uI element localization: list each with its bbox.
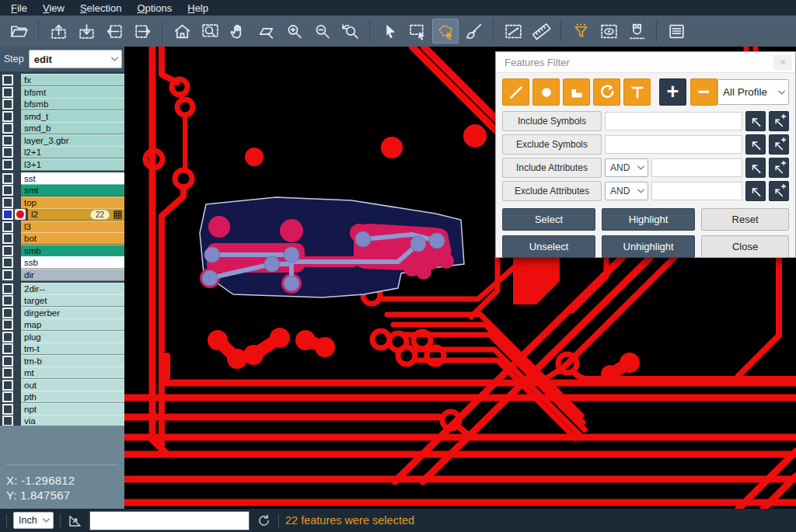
layer-visibility-checkbox[interactable]: [2, 123, 13, 134]
layer-chip[interactable]: l3+1: [21, 158, 124, 171]
layer-chip[interactable]: sst: [21, 172, 124, 185]
filter-text-icon[interactable]: [623, 78, 651, 106]
open-folder-icon[interactable]: [5, 19, 32, 43]
layer-row-target[interactable]: target: [0, 295, 124, 306]
layer-chip[interactable]: pth: [21, 391, 124, 403]
layer-visibility-checkbox[interactable]: [2, 416, 13, 426]
snap-mode-icon[interactable]: [623, 19, 650, 43]
layer-row-smb[interactable]: smb: [0, 245, 124, 256]
layer-row-l3[interactable]: l3: [0, 221, 124, 232]
dialog-title-bar[interactable]: Features Filter ✕: [496, 52, 795, 73]
zoom-window-icon[interactable]: [197, 19, 223, 43]
layer-visibility-checkbox[interactable]: [2, 99, 13, 110]
close-button[interactable]: Close: [701, 235, 789, 258]
step-select[interactable]: edit: [29, 50, 122, 68]
pick-add-arrow-icon[interactable]: [769, 158, 789, 178]
layer-row-tm-t[interactable]: tm-t: [0, 343, 124, 354]
layer-chip[interactable]: out: [21, 379, 124, 391]
layer-row-smd_t[interactable]: smd_t: [0, 111, 124, 122]
menu-help[interactable]: Help: [180, 2, 216, 15]
layer-chip[interactable]: bfsmt: [21, 86, 124, 99]
layer-chip[interactable]: plug: [21, 331, 124, 343]
layer-chip[interactable]: 2dir--: [21, 283, 124, 295]
layer-visibility-checkbox[interactable]: [2, 87, 13, 98]
layer-row-layer_3.gbr[interactable]: layer_3.gbr: [0, 135, 124, 146]
include-symbols-button[interactable]: Include Symbols: [502, 111, 602, 131]
layer-row-mt[interactable]: mt: [0, 367, 124, 378]
layer-chip[interactable]: layer_3.gbr: [21, 134, 124, 147]
layer-visibility-checkbox[interactable]: [2, 111, 13, 122]
exclude-attributes-logic-select[interactable]: AND: [605, 182, 648, 200]
features-filter-icon[interactable]: [567, 19, 594, 43]
pick-add-arrow-icon[interactable]: [769, 111, 789, 131]
layer-chip[interactable]: target: [21, 294, 124, 307]
pick-add-arrow-icon[interactable]: [769, 134, 789, 155]
unhighlight-button[interactable]: Unhighlight: [602, 235, 695, 258]
home-view-icon[interactable]: [169, 19, 195, 43]
remove-filter-button[interactable]: −: [690, 78, 717, 106]
layer-row-fx[interactable]: fx: [0, 75, 124, 85]
pan-hand-icon[interactable]: [225, 19, 251, 43]
layer-visibility-checkbox[interactable]: [2, 147, 13, 158]
refresh-icon[interactable]: [256, 513, 272, 529]
layer-row-dirgerber[interactable]: dirgerber: [0, 308, 124, 318]
layer-row-npt[interactable]: npt: [0, 404, 124, 415]
layers-panel-icon[interactable]: [663, 19, 690, 43]
import-bottom-icon[interactable]: [73, 19, 100, 43]
layer-chip[interactable]: dir: [21, 269, 124, 281]
reset-button[interactable]: Reset: [701, 208, 789, 231]
layer-grid-icon[interactable]: [113, 210, 122, 219]
layer-chip[interactable]: npt: [21, 403, 124, 416]
close-icon[interactable]: ✕: [773, 55, 792, 70]
layer-row-bfsmt[interactable]: bfsmt: [0, 87, 124, 98]
layer-row-ssb[interactable]: ssb: [0, 257, 124, 268]
layer-chip[interactable]: top: [21, 196, 124, 209]
layer-chip[interactable]: l2+1: [21, 146, 124, 158]
layer-chip[interactable]: smd_b: [21, 122, 124, 134]
menu-view[interactable]: View: [35, 2, 72, 15]
layer-visibility-checkbox[interactable]: [2, 233, 13, 244]
select-cursor-icon[interactable]: [376, 19, 403, 43]
exclude-attributes-button[interactable]: Exclude Attributes: [502, 181, 602, 201]
layer-visibility-checkbox[interactable]: [2, 135, 13, 146]
layer-chip[interactable]: smt: [21, 184, 124, 196]
layer-visibility-checkbox[interactable]: [2, 185, 13, 196]
pick-arrow-icon[interactable]: [745, 181, 766, 201]
layer-row-dir[interactable]: dir: [0, 269, 124, 280]
layer-row-l2+1[interactable]: l2+1: [0, 147, 124, 158]
shift-right-icon[interactable]: [129, 19, 155, 43]
layer-chip[interactable]: fx: [21, 74, 124, 86]
zoom-previous-icon[interactable]: [337, 19, 363, 43]
layer-chip[interactable]: bot: [21, 232, 124, 245]
layer-chip[interactable]: mt: [21, 367, 124, 379]
zoom-out-icon[interactable]: [309, 19, 335, 43]
layer-visibility-checkbox[interactable]: [2, 343, 13, 354]
exclude-symbols-input[interactable]: [605, 135, 742, 154]
layer-visibility-checkbox[interactable]: [2, 356, 13, 367]
layer-row-bot[interactable]: bot: [0, 233, 124, 244]
unit-select[interactable]: Inch: [13, 512, 54, 529]
pick-add-arrow-icon[interactable]: [769, 181, 789, 201]
layer-row-l2[interactable]: l222: [0, 209, 124, 220]
layer-chip[interactable]: map: [21, 318, 124, 331]
snap-corner-icon[interactable]: [67, 513, 83, 529]
layer-row-l3+1[interactable]: l3+1: [0, 159, 124, 170]
filter-pad-icon[interactable]: [532, 78, 560, 106]
layer-visibility-checkbox[interactable]: [2, 209, 13, 220]
layer-visibility-checkbox[interactable]: [2, 173, 13, 184]
layer-visibility-checkbox[interactable]: [2, 221, 13, 232]
layer-visibility-checkbox[interactable]: [2, 257, 13, 268]
select-polygon-icon[interactable]: [432, 19, 459, 43]
exclude-attributes-input[interactable]: [651, 182, 742, 200]
layer-visibility-checkbox[interactable]: [2, 308, 13, 318]
layer-row-bfsmb[interactable]: bfsmb: [0, 99, 124, 110]
include-attributes-input[interactable]: [651, 158, 742, 177]
layer-row-smd_b[interactable]: smd_b: [0, 123, 124, 134]
layer-row-sst[interactable]: sst: [0, 173, 124, 184]
layer-row-pth[interactable]: pth: [0, 391, 124, 402]
measure-distance-icon[interactable]: [500, 19, 526, 43]
layer-chip[interactable]: dirgerber: [21, 307, 124, 319]
layer-visibility-checkbox[interactable]: [2, 367, 13, 378]
layer-row-tm-b[interactable]: tm-b: [0, 356, 124, 367]
layer-visibility-checkbox[interactable]: [2, 197, 13, 208]
